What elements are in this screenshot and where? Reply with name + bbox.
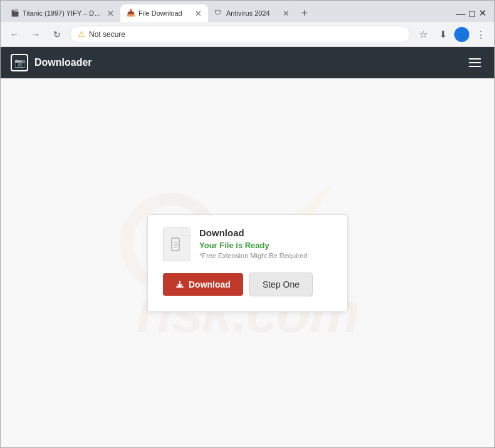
tab-2-favicon: 📥	[127, 9, 135, 18]
bookmark-button[interactable]: ☆	[414, 26, 432, 43]
card-title: Download	[199, 227, 307, 238]
download-card: Download Your File is Ready *Free Extens…	[147, 214, 348, 312]
tab-1-close[interactable]: ✕	[107, 9, 114, 18]
app-header: 📷 Downloader	[1, 47, 494, 78]
download-button-label: Download	[189, 279, 231, 289]
file-icon	[163, 227, 190, 261]
svg-rect-0	[172, 238, 179, 251]
tab-1-title: Titanic (1997) YIFY – Download...	[23, 9, 104, 17]
profile-button[interactable]: 👤	[454, 27, 469, 42]
app-brand: 📷 Downloader	[11, 54, 92, 71]
card-info: Download Your File is Ready *Free Extens…	[199, 227, 307, 259]
download-button[interactable]: Download	[163, 273, 243, 296]
step-one-button-label: Step One	[263, 279, 300, 289]
security-warning-icon: ⚠	[78, 29, 85, 39]
card-actions: Download Step One	[163, 273, 332, 296]
page-content: 📷 Downloader ⚡ risk.com	[1, 47, 494, 447]
card-subtitle: Your File is Ready	[199, 241, 307, 250]
new-tab-button[interactable]: +	[296, 4, 313, 22]
maximize-button[interactable]: □	[469, 8, 475, 19]
tab-3-title: Antivirus 2024	[226, 9, 279, 17]
tab-1-favicon: 🎬	[11, 9, 19, 18]
hamburger-line-3	[469, 66, 481, 67]
step-one-button[interactable]: Step One	[249, 273, 313, 296]
hamburger-line-1	[469, 58, 481, 60]
tab-2[interactable]: 📥 File Download ✕	[120, 4, 208, 22]
card-note: *Free Extension Might Be Required	[199, 252, 307, 259]
main-area: ⚡ risk.com Download	[1, 78, 494, 447]
back-button[interactable]: ←	[6, 26, 23, 43]
download-browser-button[interactable]: ⬇	[434, 26, 452, 43]
security-label: Not secure	[89, 30, 402, 39]
hamburger-line-2	[469, 62, 481, 63]
address-bar[interactable]: ⚠ Not secure	[70, 26, 410, 43]
browser-frame: 🎬 Titanic (1997) YIFY – Download... ✕ 📥 …	[0, 0, 495, 448]
nav-bar: ← → ↻ ⚠ Not secure ☆ ⬇ 👤 ⋮	[1, 22, 494, 47]
tab-2-close[interactable]: ✕	[195, 9, 202, 18]
nav-actions: ☆ ⬇ 👤 ⋮	[414, 26, 489, 43]
forward-button[interactable]: →	[27, 26, 44, 43]
title-bar: 🎬 Titanic (1997) YIFY – Download... ✕ 📥 …	[1, 1, 494, 22]
window-controls: — □ ✕	[456, 4, 494, 22]
tab-3-close[interactable]: ✕	[283, 9, 289, 18]
tab-2-title: File Download	[138, 9, 192, 17]
brand-name: Downloader	[34, 57, 92, 68]
brand-icon: 📷	[11, 54, 28, 71]
tab-3-favicon: 🛡	[214, 9, 223, 18]
download-icon	[175, 280, 184, 289]
reload-button[interactable]: ↻	[48, 26, 66, 43]
tab-1[interactable]: 🎬 Titanic (1997) YIFY – Download... ✕	[4, 4, 120, 22]
close-button[interactable]: ✕	[479, 8, 487, 19]
tab-3[interactable]: 🛡 Antivirus 2024 ✕	[208, 4, 296, 22]
hamburger-menu[interactable]	[466, 55, 484, 70]
card-header: Download Your File is Ready *Free Extens…	[163, 227, 332, 261]
more-options-button[interactable]: ⋮	[472, 26, 489, 43]
minimize-button[interactable]: —	[456, 8, 466, 19]
